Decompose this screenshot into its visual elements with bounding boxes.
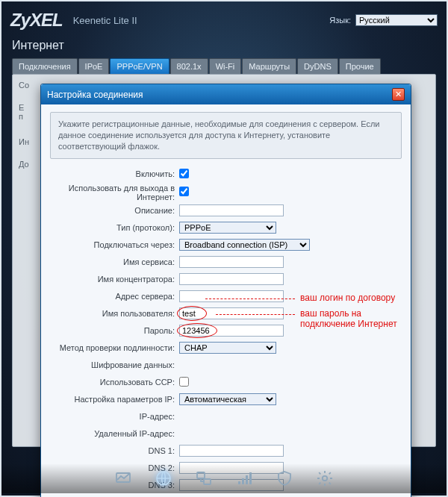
app-window: ZyXEL Keenetic Lite II Язык: Русский Инт… xyxy=(0,0,448,497)
checkbox-ccp[interactable] xyxy=(179,377,189,387)
tab-connections[interactable]: Подключения xyxy=(12,58,78,74)
annotation-login: ваш логин по договору xyxy=(300,293,395,304)
select-type[interactable]: PPPoE xyxy=(179,222,276,234)
tab-other[interactable]: Прочие xyxy=(339,58,381,74)
label-via: Подключаться через: xyxy=(50,240,179,249)
form-area: Включить: Использовать для выхода в Инте… xyxy=(50,166,402,497)
svg-rect-2 xyxy=(197,472,205,478)
label-password: Пароль: xyxy=(50,326,179,335)
label-ipcfg: Настройка параметров IP: xyxy=(50,395,179,404)
label-ccp: Использовать CCP: xyxy=(50,378,179,387)
globe-icon[interactable] xyxy=(153,468,174,489)
tab-8021x[interactable]: 802.1x xyxy=(170,58,208,74)
label-ip: IP-адрес: xyxy=(50,412,179,421)
top-bar: ZyXEL Keenetic Lite II Язык: Русский xyxy=(1,1,447,34)
page-title: Интернет xyxy=(12,39,436,52)
input-description[interactable] xyxy=(179,204,284,216)
select-auth[interactable]: CHAP xyxy=(179,342,276,354)
gear-icon[interactable] xyxy=(314,468,335,489)
dialog-title: Настройка соединения xyxy=(47,90,143,100)
monitor-icon[interactable] xyxy=(113,468,134,489)
input-dns1[interactable] xyxy=(179,445,284,457)
svg-rect-5 xyxy=(242,478,244,484)
logo: ZyXEL xyxy=(10,10,63,31)
dialog-titlebar: Настройка соединения ✕ xyxy=(41,84,411,104)
label-description: Описание: xyxy=(50,206,179,215)
input-username[interactable] xyxy=(179,307,284,319)
annotation-pass-l1: ваш пароль на xyxy=(300,309,361,319)
svg-point-8 xyxy=(323,476,327,481)
lang-label: Язык: xyxy=(329,16,351,25)
label-service: Имя сервиса: xyxy=(50,257,179,266)
label-type: Тип (протокол): xyxy=(50,223,179,232)
tab-ipoe[interactable]: IPoE xyxy=(78,58,110,74)
svg-rect-6 xyxy=(246,475,248,484)
svg-rect-3 xyxy=(204,479,211,484)
hint-text: Укажите регистрационные данные, необходи… xyxy=(50,112,402,159)
page-header: Интернет xyxy=(1,34,447,58)
close-icon[interactable]: ✕ xyxy=(392,88,405,101)
connection-settings-dialog: Настройка соединения ✕ Укажите регистрац… xyxy=(40,84,411,497)
label-enable: Включить: xyxy=(50,169,179,178)
checkbox-enable[interactable] xyxy=(179,169,189,178)
tab-routes[interactable]: Маршруты xyxy=(242,58,296,74)
label-dns1: DNS 1: xyxy=(50,446,179,455)
svg-rect-4 xyxy=(238,481,240,484)
select-ipcfg[interactable]: Автоматическая xyxy=(179,393,276,405)
label-auth: Метод проверки подлинности: xyxy=(50,343,179,352)
product-name: Keenetic Lite II xyxy=(73,15,330,26)
tab-dydns[interactable]: DyDNS xyxy=(297,58,338,74)
tab-bar: Подключения IPoE PPPoE/VPN 802.1x Wi-Fi … xyxy=(1,58,447,74)
input-server[interactable] xyxy=(179,290,284,302)
lang-select[interactable]: Русский xyxy=(355,14,438,26)
tab-pppoe-vpn[interactable]: PPPoE/VPN xyxy=(110,58,169,74)
dialog-body: Укажите регистрационные данные, необходи… xyxy=(41,104,411,497)
label-concentrator: Имя концентратора: xyxy=(50,275,179,284)
checkbox-use-inet[interactable] xyxy=(179,187,189,196)
shield-icon[interactable] xyxy=(274,468,295,489)
input-password[interactable] xyxy=(179,325,284,337)
tab-wifi[interactable]: Wi-Fi xyxy=(209,58,242,74)
svg-rect-7 xyxy=(249,472,252,484)
select-via[interactable]: Broadband connection (ISP) xyxy=(179,239,310,251)
label-server: Адрес сервера: xyxy=(50,292,179,301)
bottom-dock xyxy=(1,463,447,493)
annotation-pass-l2: подключение Интернет xyxy=(300,319,397,330)
network-icon[interactable] xyxy=(193,468,214,489)
label-remote-ip: Удаленный IP-адрес: xyxy=(50,429,179,438)
input-service[interactable] xyxy=(179,256,284,268)
label-use-inet: Использовать для выхода в Интернет: xyxy=(50,184,179,201)
label-encrypt: Шифрование данных: xyxy=(50,360,179,369)
wifi-bars-icon[interactable] xyxy=(234,468,255,489)
input-concentrator[interactable] xyxy=(179,273,284,285)
label-username: Имя пользователя: xyxy=(50,309,179,318)
